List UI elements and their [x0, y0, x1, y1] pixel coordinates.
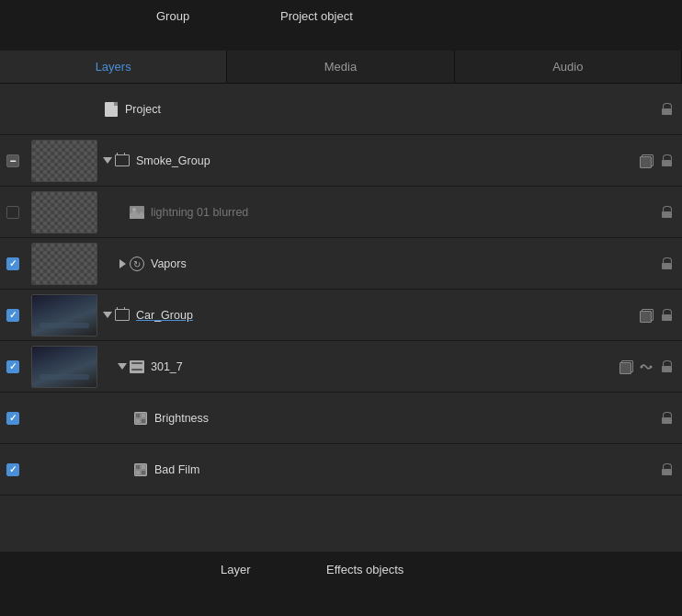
svg-point-10	[641, 365, 643, 368]
layer-type-icon	[114, 153, 131, 169]
layer-annotation-label: Layer	[221, 563, 251, 576]
layer-list: ProjectSmoke_Grouplightning 01 blurredVa…	[0, 84, 682, 552]
layer-thumbnail	[31, 140, 97, 182]
layer-type-icon	[129, 359, 145, 375]
layer-type-icon	[132, 410, 149, 427]
lock-icon[interactable]	[658, 359, 675, 374]
effects-annotation-label: Effects objects	[326, 563, 404, 576]
lock-icon[interactable]	[658, 102, 675, 117]
lock-icon[interactable]	[658, 205, 675, 220]
svg-point-11	[650, 365, 653, 368]
layer-row[interactable]: Vapors	[0, 238, 682, 290]
tab-bar: Layers Media Audio	[0, 51, 682, 84]
multiframe-icon[interactable]	[638, 308, 654, 323]
layer-thumbnail	[31, 294, 97, 337]
layer-name: Vapors	[151, 257, 651, 270]
lock-icon[interactable]	[658, 257, 675, 271]
layer-type-icon	[103, 101, 119, 118]
tab-media[interactable]: Media	[227, 51, 454, 83]
layer-checkbox[interactable]	[6, 257, 19, 270]
layer-checkbox[interactable]	[6, 154, 19, 167]
layer-thumbnail	[31, 191, 97, 234]
lock-icon[interactable]	[658, 308, 675, 323]
layers-panel: Layers Media Audio ProjectSmoke_Grouplig…	[0, 51, 682, 552]
layer-type-icon	[129, 256, 145, 272]
multiframe-icon[interactable]	[618, 359, 634, 374]
layer-row[interactable]: Bad Film	[0, 444, 682, 496]
layer-row[interactable]: Brightness	[0, 393, 682, 444]
layer-expand-toggle[interactable]	[103, 311, 112, 320]
tab-layers[interactable]: Layers	[0, 51, 227, 83]
lock-icon[interactable]	[658, 411, 675, 426]
layer-name: Bad Film	[154, 463, 651, 476]
layer-row[interactable]: lightning 01 blurred	[0, 187, 682, 238]
layer-name: lightning 01 blurred	[151, 206, 651, 219]
layer-checkbox[interactable]	[6, 206, 19, 219]
layer-checkbox[interactable]	[6, 412, 19, 425]
layer-expand-toggle[interactable]	[103, 156, 112, 165]
layer-name: Car_Group	[136, 309, 631, 322]
layer-checkbox[interactable]	[6, 309, 19, 322]
link-icon[interactable]	[638, 359, 654, 374]
group-annotation-label: Group	[156, 9, 189, 23]
layer-name: 301_7	[151, 360, 610, 373]
layer-type-icon	[114, 307, 131, 324]
layer-name: Brightness	[154, 412, 651, 425]
layer-checkbox[interactable]	[6, 360, 19, 373]
layer-name: Smoke_Group	[136, 154, 631, 167]
layer-type-icon	[129, 204, 145, 221]
layer-row[interactable]: Project	[0, 84, 682, 135]
lock-icon[interactable]	[658, 462, 675, 477]
bottom-annotations: Layer Effects objects	[0, 552, 682, 616]
layer-row[interactable]: Smoke_Group	[0, 135, 682, 187]
tab-audio[interactable]: Audio	[455, 51, 682, 83]
layer-thumbnail	[31, 346, 97, 388]
layer-row[interactable]: 301_7	[0, 341, 682, 393]
layer-name: Project	[125, 103, 651, 116]
layer-row[interactable]: Car_Group	[0, 290, 682, 341]
layer-thumbnail	[31, 243, 97, 285]
layer-expand-toggle[interactable]	[118, 362, 127, 371]
layer-expand-toggle[interactable]	[118, 259, 127, 268]
multiframe-icon[interactable]	[638, 154, 654, 168]
layer-type-icon	[132, 462, 149, 478]
project-object-annotation-label: Project object	[280, 9, 353, 23]
layer-checkbox[interactable]	[6, 463, 19, 476]
lock-icon[interactable]	[658, 154, 675, 168]
